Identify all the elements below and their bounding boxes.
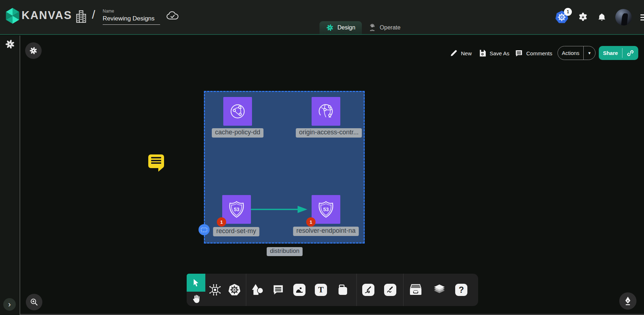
- edge-pen-icon: [362, 284, 374, 296]
- caret-down-icon: ▾: [584, 50, 595, 56]
- drawer-archive-icon: [409, 283, 423, 296]
- tool-text[interactable]: T: [315, 284, 327, 296]
- share-button[interactable]: Share: [599, 46, 638, 60]
- tool-drawer[interactable]: [409, 283, 423, 296]
- help-icon: ?: [455, 284, 467, 296]
- node-origin-access-control[interactable]: [312, 97, 340, 126]
- tab-operate-label: Operate: [380, 24, 401, 31]
- kanvas-logo-icon[interactable]: [5, 8, 20, 24]
- comments-icon: [515, 49, 523, 57]
- flower-icon: [29, 46, 38, 55]
- shapes-icon: [251, 283, 264, 296]
- tool-help[interactable]: ?: [455, 284, 467, 296]
- comment-marker-tail: [158, 167, 163, 172]
- copy-link-button[interactable]: [622, 49, 638, 57]
- annotate-pen-button[interactable]: [619, 292, 636, 310]
- tool-shapes[interactable]: [251, 283, 264, 296]
- edge-record-to-resolver[interactable]: [251, 205, 308, 214]
- tab-operate[interactable]: Operate: [362, 21, 407, 34]
- svg-text:53: 53: [234, 207, 239, 212]
- tool-card[interactable]: [337, 284, 349, 296]
- kubernetes-count-badge: 1: [564, 8, 572, 16]
- tab-design[interactable]: Design: [319, 21, 362, 34]
- left-sidebar: ›: [0, 36, 20, 315]
- kubernetes-heptagon-icon: [227, 283, 242, 297]
- tool-freehand-draw[interactable]: [384, 284, 396, 296]
- node-resolver-endpoint[interactable]: 53: [312, 195, 340, 224]
- kubernetes-context-button[interactable]: 1: [555, 10, 569, 24]
- chevron-right-icon: ›: [8, 301, 11, 309]
- design-tab-icon: [326, 24, 334, 32]
- image-icon: [293, 284, 305, 296]
- notifications-bell-icon[interactable]: [597, 13, 607, 22]
- cloud-saved-icon: [166, 11, 180, 22]
- app-root: KANVAS / Name Design: [0, 0, 644, 315]
- actions-label: Actions: [558, 50, 583, 56]
- node-record-set[interactable]: 53: [222, 195, 251, 224]
- card-panel-icon: [337, 284, 349, 296]
- resolver-endpoint-count-badge[interactable]: 1: [306, 217, 316, 227]
- save-as-label: Save As: [490, 50, 509, 56]
- save-as-button[interactable]: Save As: [479, 46, 509, 60]
- new-label: New: [461, 50, 472, 56]
- mode-tabs: Design Operate: [319, 21, 407, 34]
- route53-shield-icon: 53: [317, 200, 335, 219]
- magnifier-plus-icon: [30, 298, 38, 306]
- link-icon: [626, 49, 634, 57]
- route53-shield-icon: 53: [227, 200, 246, 219]
- comments-button[interactable]: Comments: [515, 46, 552, 60]
- tool-comment[interactable]: [272, 284, 284, 296]
- sidebar-expand-button[interactable]: ›: [3, 298, 16, 311]
- node-cache-policy[interactable]: [223, 97, 252, 126]
- toolbar-divider: [356, 274, 357, 306]
- cloudfront-mesh-globe-icon: [317, 102, 335, 121]
- operate-tab-icon: [368, 24, 376, 32]
- record-set-count-badge[interactable]: 1: [217, 217, 226, 227]
- sidebar-spiral-icon[interactable]: [5, 39, 15, 50]
- settings-gear-icon[interactable]: [578, 12, 588, 23]
- dashed-rect-icon: [201, 228, 207, 232]
- app-header: KANVAS / Name Design: [0, 0, 644, 35]
- zoom-in-button[interactable]: [26, 294, 42, 310]
- svg-text:53: 53: [323, 207, 329, 212]
- tab-design-label: Design: [337, 24, 355, 31]
- tool-select-cursor[interactable]: [187, 274, 205, 292]
- group-select-handle[interactable]: [199, 224, 210, 235]
- save-icon: [479, 49, 486, 57]
- header-right-cluster: 1: [555, 8, 644, 27]
- cursor-arrow-icon: [192, 278, 200, 287]
- canvas-settings-button[interactable]: [25, 42, 42, 59]
- node-label-origin-access[interactable]: origin-access-contr...: [296, 128, 362, 138]
- toolbar-divider: [246, 274, 246, 306]
- tool-edge-edit[interactable]: [362, 284, 374, 296]
- new-button[interactable]: New: [450, 46, 472, 60]
- tool-kubernetes[interactable]: [227, 283, 242, 297]
- tool-layers[interactable]: [433, 283, 446, 297]
- tool-pan-hand[interactable]: [187, 292, 205, 306]
- pen-nib-icon: [624, 296, 632, 306]
- toolbar-divider: [403, 274, 403, 306]
- node-label-record-set[interactable]: record-set-my: [213, 227, 259, 236]
- logo-text: KANVAS: [22, 9, 72, 22]
- tool-infrastructure[interactable]: [209, 283, 221, 296]
- comment-tool-icon: [272, 284, 284, 296]
- comments-label: Comments: [526, 50, 552, 56]
- menu-hamburger-icon[interactable]: [640, 13, 644, 22]
- freehand-pencil-icon: [384, 284, 396, 296]
- text-tool-icon: T: [315, 284, 327, 296]
- cloudfront-network-globe-icon: [228, 102, 247, 121]
- user-avatar[interactable]: [615, 9, 632, 26]
- node-label-cache-policy[interactable]: cache-policy-dd: [212, 128, 263, 138]
- organization-icon[interactable]: [76, 10, 87, 23]
- canvas-comment-marker[interactable]: [148, 154, 164, 168]
- share-label: Share: [599, 50, 622, 56]
- tool-image[interactable]: [293, 284, 305, 296]
- actions-dropdown-button[interactable]: Actions ▾: [557, 46, 596, 60]
- node-label-resolver-endpoint[interactable]: resolver-endpoint-na: [293, 227, 359, 236]
- group-label-distribution[interactable]: distribution: [267, 247, 303, 256]
- circuit-chip-icon: [209, 283, 221, 296]
- design-name-field: Name: [103, 9, 161, 25]
- design-name-input[interactable]: [103, 15, 160, 25]
- bottom-toolbar: T: [187, 274, 478, 306]
- layers-icon: [433, 283, 446, 297]
